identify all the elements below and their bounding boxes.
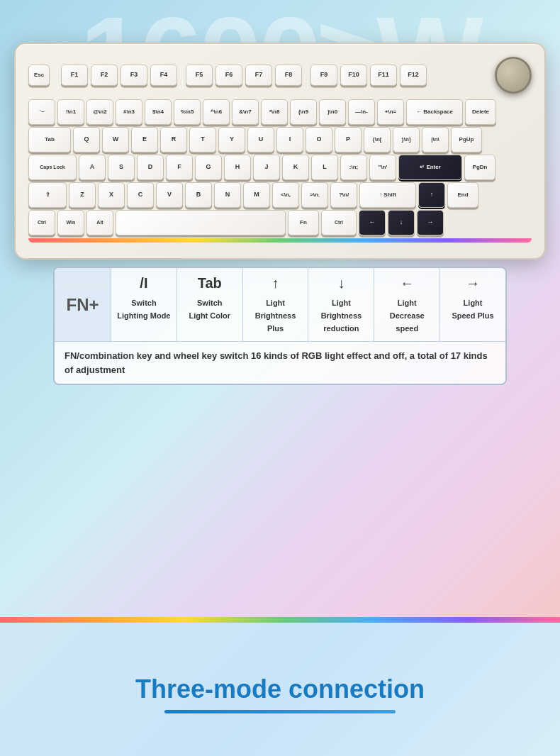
key-u[interactable]: U <box>247 127 274 152</box>
key-backtick[interactable]: `~ <box>28 99 55 125</box>
key-esc[interactable]: Esc <box>28 65 50 86</box>
fn-table-header-row: FN+ /I Switch Lighting Mode Tab <box>55 268 505 342</box>
key-f10[interactable]: F10 <box>340 65 367 86</box>
key-1[interactable]: !\n1 <box>57 99 84 125</box>
key-f[interactable]: F <box>166 155 193 180</box>
key-lctrl[interactable]: Ctrl <box>28 210 55 235</box>
key-q[interactable]: Q <box>73 127 100 152</box>
fn-keys-row: /I Switch Lighting Mode Tab Switch Light… <box>111 268 505 341</box>
three-mode-underline <box>164 710 396 713</box>
key-d[interactable]: D <box>137 155 164 180</box>
key-m[interactable]: M <box>243 182 270 208</box>
three-mode-title: Three-mode connection <box>135 674 425 704</box>
key-pgdn[interactable]: PgDn <box>464 155 495 180</box>
key-space[interactable] <box>116 210 286 235</box>
key-lalt[interactable]: Alt <box>86 210 113 235</box>
key-8[interactable]: *\n8 <box>261 99 288 125</box>
key-f5[interactable]: F5 <box>186 65 213 86</box>
key-quote[interactable]: "\n' <box>369 155 396 180</box>
fn-col-4-label: Light Decrease speed <box>390 299 425 333</box>
key-f4[interactable]: F4 <box>150 65 177 86</box>
key-i[interactable]: I <box>276 127 303 152</box>
key-up[interactable]: ↑ <box>418 182 445 208</box>
key-lwin[interactable]: Win <box>57 210 84 235</box>
key-rctrl[interactable]: Ctrl <box>321 210 357 235</box>
key-tab[interactable]: Tab <box>28 127 71 152</box>
key-f11[interactable]: F11 <box>370 65 397 86</box>
key-pgup[interactable]: PgUp <box>451 127 482 152</box>
key-4[interactable]: $\n4 <box>145 99 172 125</box>
key-period[interactable]: >\n. <box>301 182 328 208</box>
key-y[interactable]: Y <box>218 127 245 152</box>
bottom-section: Three-mode connection <box>0 623 560 756</box>
fn-col-decrease-speed: ← Light Decrease speed <box>374 268 440 341</box>
key-f3[interactable]: F3 <box>121 65 147 86</box>
key-semicolon[interactable]: :\n; <box>340 155 367 180</box>
key-j[interactable]: J <box>253 155 280 180</box>
key-n[interactable]: N <box>214 182 241 208</box>
key-s[interactable]: S <box>108 155 135 180</box>
key-comma[interactable]: <\n, <box>272 182 299 208</box>
key-lshift[interactable]: ⇧ <box>28 182 67 208</box>
key-f6[interactable]: F6 <box>215 65 242 86</box>
key-delete[interactable]: Delete <box>465 99 496 125</box>
key-f12[interactable]: F12 <box>400 65 427 86</box>
key-5[interactable]: %\n5 <box>174 99 201 125</box>
key-backslash[interactable]: |\n\ <box>422 127 449 152</box>
asdf-row: Caps Lock A S D F G H J K L :\n; "\n' ↵ … <box>28 155 532 180</box>
key-t[interactable]: T <box>189 127 216 152</box>
key-p[interactable]: P <box>335 127 362 152</box>
key-rbracket[interactable]: }\n] <box>393 127 420 152</box>
key-left[interactable]: ← <box>359 210 386 235</box>
key-r[interactable]: R <box>160 127 187 152</box>
key-e[interactable]: E <box>131 127 158 152</box>
key-slash[interactable]: ?\n/ <box>330 182 357 208</box>
key-c[interactable]: C <box>127 182 154 208</box>
fn-col-0-label: Switch Lighting Mode <box>117 299 170 320</box>
fn-col-speed-plus: → Light Speed Plus <box>440 268 505 341</box>
fn-col-0-symbol: /I <box>114 275 174 291</box>
key-k[interactable]: K <box>282 155 309 180</box>
key-l[interactable]: L <box>311 155 338 180</box>
key-capslock[interactable]: Caps Lock <box>28 155 77 180</box>
key-7[interactable]: &\n7 <box>232 99 259 125</box>
key-f7[interactable]: F7 <box>245 65 272 86</box>
key-v[interactable]: V <box>156 182 183 208</box>
fn-col-5-label: Light Speed Plus <box>452 299 493 320</box>
keyboard-wrapper: Esc F1 F2 F3 F4 F5 F6 F7 F8 F9 F10 F11 F… <box>14 43 546 385</box>
key-x[interactable]: X <box>98 182 125 208</box>
volume-knob[interactable] <box>495 57 532 94</box>
key-lbracket[interactable]: {\n[ <box>364 127 391 152</box>
key-rshift[interactable]: ↑ Shift <box>359 182 416 208</box>
key-a[interactable]: A <box>79 155 106 180</box>
key-h[interactable]: H <box>224 155 251 180</box>
fn-col-2-symbol: ↑ <box>246 275 306 291</box>
key-2[interactable]: @\n2 <box>86 99 113 125</box>
key-g[interactable]: G <box>195 155 222 180</box>
key-3[interactable]: #\n3 <box>116 99 142 125</box>
keyboard-container: Esc F1 F2 F3 F4 F5 F6 F7 F8 F9 F10 F11 F… <box>14 43 546 260</box>
key-minus[interactable]: —\n- <box>348 99 375 125</box>
key-down[interactable]: ↓ <box>388 210 415 235</box>
key-0[interactable]: )\n0 <box>319 99 346 125</box>
key-f8[interactable]: F8 <box>275 65 302 86</box>
key-z[interactable]: Z <box>69 182 96 208</box>
key-equals[interactable]: +\n= <box>377 99 404 125</box>
key-fn[interactable]: Fn <box>288 210 319 235</box>
key-w[interactable]: W <box>102 127 129 152</box>
key-right[interactable]: → <box>417 210 444 235</box>
key-6[interactable]: ^\n6 <box>203 99 230 125</box>
fn-col-3-label: Light Brightness reduction <box>321 299 362 333</box>
key-f1[interactable]: F1 <box>61 65 88 86</box>
key-b[interactable]: B <box>185 182 212 208</box>
key-enter[interactable]: ↵ Enter <box>398 155 462 180</box>
key-f2[interactable]: F2 <box>91 65 118 86</box>
key-9[interactable]: (\n9 <box>290 99 317 125</box>
key-end[interactable]: End <box>447 182 478 208</box>
key-backspace[interactable]: ← Backspace <box>406 99 463 125</box>
fn-label: FN+ <box>55 268 111 341</box>
key-f9[interactable]: F9 <box>310 65 337 86</box>
key-o[interactable]: O <box>306 127 332 152</box>
fn-table-section: FN+ /I Switch Lighting Mode Tab <box>14 260 546 385</box>
fn-col-brightness-reduction: ↓ Light Brightness reduction <box>308 268 374 341</box>
